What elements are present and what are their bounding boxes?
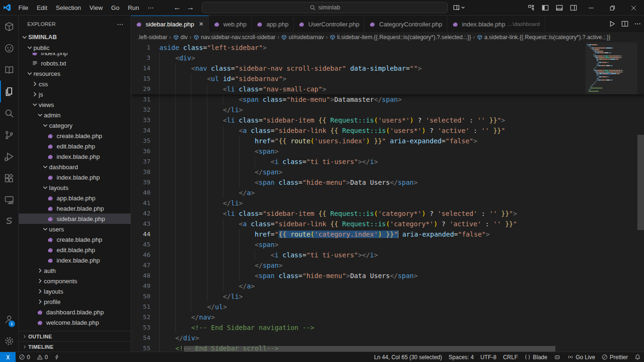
tree-item-profile[interactable]: profile <box>19 296 131 307</box>
code-line-38[interactable]: 38 </span> <box>131 167 644 177</box>
activity-s-extension-icon[interactable] <box>0 211 18 232</box>
tree-item-layouts[interactable]: layouts <box>19 182 131 193</box>
activity-debug-icon[interactable] <box>0 146 18 167</box>
tree-item-create.blade.php[interactable]: create.blade.php <box>19 234 131 245</box>
code-line-54[interactable]: 54 </div> <box>131 333 644 343</box>
menu-file[interactable]: File <box>14 0 33 16</box>
outline-section[interactable]: OUTLINE <box>19 331 131 341</box>
tree-item-category[interactable]: category <box>19 120 131 131</box>
activity-extensions-icon[interactable] <box>0 167 18 189</box>
tree-item-robots.txt[interactable]: robots.txt <box>19 58 131 68</box>
status-go-live[interactable]: Go Live <box>564 352 598 362</box>
code-line-47[interactable]: 47 </span> <box>131 260 644 271</box>
code-line-29[interactable]: 29 <li class="nav-small-cap"> <box>131 84 644 94</box>
tree-item-admin[interactable]: admin <box>19 110 131 120</box>
split-editor-button[interactable] <box>621 20 628 27</box>
minimize-button[interactable] <box>580 0 602 16</box>
activity-source-control-icon[interactable] <box>0 124 18 146</box>
code-line-49[interactable]: 49 </a> <box>131 281 644 291</box>
activity-package-icon[interactable] <box>0 16 18 37</box>
status-eol[interactable]: CRLF <box>500 352 521 362</box>
breadcrumb-item[interactable]: div <box>173 34 188 41</box>
breadcrumb-item[interactable]: .left-sidebar <box>138 34 167 41</box>
run-button[interactable] <box>609 20 616 27</box>
tree-item-app.blade.php[interactable]: app.blade.php <box>19 193 131 203</box>
tab-close-icon[interactable]: ✕ <box>199 21 204 27</box>
back-arrow-button[interactable]: ← <box>173 3 181 12</box>
tree-item-dashboard[interactable]: dashboard <box>19 162 131 172</box>
vertical-scrollbar-thumb[interactable] <box>637 135 644 230</box>
status-line-col[interactable]: Ln 44, Col 65 (30 selected) <box>371 352 445 362</box>
status-prettier[interactable]: Prettier <box>598 352 631 362</box>
code-line-31[interactable]: 31 <span class="hide-menu">Datamaster</s… <box>131 94 644 105</box>
vertical-scrollbar[interactable] <box>637 42 644 352</box>
code-line-15[interactable]: 15 <ul id="sidebarnav"> <box>131 74 644 84</box>
menu-selection[interactable]: Selection <box>51 0 85 16</box>
explorer-more-actions-icon[interactable]: ⋯ <box>117 20 124 28</box>
code-line-37[interactable]: 37 <i class="ti ti-users"></i> <box>131 156 644 167</box>
code-editor[interactable]: 1aside class="left-sidebar">3 <div>14 <n… <box>131 42 644 352</box>
code-line-48[interactable]: 48 <span class="hide-menu">Data Users</s… <box>131 271 644 281</box>
tab-sidebar.blade.php[interactable]: sidebar.blade.php✕ <box>131 16 209 32</box>
tree-item-index.blade.php[interactable]: index.blade.php <box>19 151 131 162</box>
tree-item-header.blade.php[interactable]: header.blade.php <box>19 203 131 214</box>
more-actions-button[interactable] <box>634 20 641 27</box>
tree-item-SIMINLAB[interactable]: SIMINLAB <box>19 32 131 42</box>
code-line-41[interactable]: 41 </li> <box>131 198 644 208</box>
tree-item-sidebar.blade.php[interactable]: sidebar.blade.php <box>19 214 131 224</box>
code-line-42[interactable]: 42 <li class="sidebar-item {{ Request::i… <box>131 208 644 219</box>
status-errors[interactable]: 0 <box>16 352 33 362</box>
tab-app.php[interactable]: app.php <box>252 16 294 32</box>
code-line-44[interactable]: 44 href="{{ route('category.index') }}" … <box>131 229 644 239</box>
restore-button[interactable] <box>602 0 623 16</box>
status-remote[interactable] <box>0 352 16 362</box>
menu-edit[interactable]: Edit <box>33 0 51 16</box>
status-encoding[interactable]: UTF-8 <box>477 352 500 362</box>
tree-item-public[interactable]: public <box>19 42 131 53</box>
tree-item-resources[interactable]: resources <box>19 68 131 79</box>
horizontal-scrollbar-thumb[interactable] <box>184 346 555 352</box>
status-copilot[interactable] <box>551 352 564 362</box>
tree-item-edit.blade.php[interactable]: edit.blade.php <box>19 141 131 151</box>
code-line-45[interactable]: 45 <span> <box>131 239 644 250</box>
status-power[interactable] <box>51 352 63 362</box>
code-line-40[interactable]: 40 </a> <box>131 188 644 198</box>
code-line-1[interactable]: 1aside class="left-sidebar"> <box>131 42 644 53</box>
activity-book-icon[interactable] <box>0 59 18 81</box>
code-line-50[interactable]: 50 </li> <box>131 291 644 302</box>
tree-item-index.blade.php[interactable]: index.blade.php <box>19 255 131 265</box>
breadcrumb-item[interactable]: li.sidebar-item.{{.Request::is(category*… <box>330 34 471 41</box>
status-language[interactable]: Blade <box>521 352 551 362</box>
customize-layout-icon[interactable] <box>524 0 538 16</box>
tree-item-create.blade.php[interactable]: create.blade.php <box>19 131 131 141</box>
toggle-panel-icon[interactable] <box>552 0 566 16</box>
tab-index.blade.php[interactable]: index.blade.php...\dashboard <box>447 16 545 32</box>
tree-item-views[interactable]: views <box>19 99 131 110</box>
menu-view[interactable]: View <box>85 0 107 16</box>
code-line-53[interactable]: 53 <!-- End Sidebar navigation --> <box>131 322 644 333</box>
tab-UserController.php[interactable]: UserController.php <box>294 16 364 32</box>
breadcrumb-item[interactable]: ul#sidebarnav <box>281 34 324 41</box>
tree-item-index.php[interactable]: index.php <box>19 53 131 58</box>
activity-account-icon[interactable]: 1 <box>0 308 18 330</box>
tree-item-users[interactable]: users <box>19 224 131 234</box>
tree-item-welcome.blade.php[interactable]: welcome.blade.php <box>19 317 131 328</box>
tree-item-layouts[interactable]: layouts <box>19 286 131 296</box>
menu-go[interactable]: Go <box>107 0 124 16</box>
tree-item-auth[interactable]: auth <box>19 265 131 276</box>
tree-item-index.blade.php[interactable]: index.blade.php <box>19 172 131 182</box>
status-indentation[interactable]: Spaces: 4 <box>446 352 477 362</box>
code-line-36[interactable]: 36 <span> <box>131 146 644 156</box>
activity-remote-explorer-icon[interactable] <box>0 189 18 211</box>
activity-github-icon[interactable] <box>0 37 18 59</box>
tree-item-js[interactable]: js <box>19 89 131 99</box>
code-line-51[interactable]: 51 </ul> <box>131 302 644 312</box>
status-notifications[interactable] <box>631 352 644 362</box>
menu-run[interactable]: Run <box>124 0 143 16</box>
tree-item-edit.blade.php[interactable]: edit.blade.php <box>19 245 131 255</box>
code-line-33[interactable]: 33 <li class="sidebar-item {{ Request::i… <box>131 115 644 125</box>
close-button[interactable] <box>623 0 644 16</box>
code-line-32[interactable]: 32 </li> <box>131 105 644 115</box>
forward-arrow-button[interactable]: → <box>187 3 194 12</box>
activity-explorer-icon[interactable] <box>0 81 18 102</box>
